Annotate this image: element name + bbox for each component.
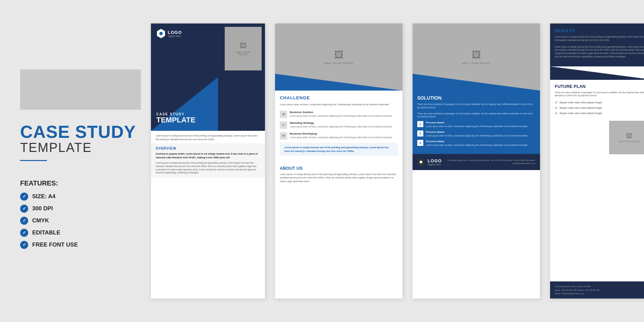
footer-logo-hex	[417, 157, 425, 167]
check-icon-dpi	[20, 205, 28, 213]
business-developing-content: Business Developing Lorem ipsum dolor si…	[290, 132, 392, 140]
page1-top: LOGO Tagline Here 🖼 ADD YOURPHOTO CASE S…	[151, 23, 265, 131]
footer-address-text: 123 Street Adress here, Country 123456 N…	[444, 159, 535, 165]
page1-panel: LOGO Tagline Here 🖼 ADD YOURPHOTO CASE S…	[151, 23, 265, 299]
challenge-item-3: ✉ Business Developing Lorem ipsum dolor …	[280, 132, 398, 140]
photo-text-p3: ADD YOUR PHOTO	[462, 62, 491, 65]
future-plan-text: There are many variations of passages of…	[555, 91, 644, 98]
feature-label-size: SIZE: A4	[32, 193, 55, 200]
page4-footer-text: 123 Street Adress here, Country 123456Na…	[555, 285, 644, 295]
process-name-1: Process Name	[426, 121, 528, 124]
p4-blue-accent	[550, 66, 644, 80]
feature-label-dpi: 300 DPI	[32, 205, 53, 212]
logo-tagline: Tagline Here	[168, 35, 182, 37]
process-num-1: 1	[417, 121, 423, 127]
page2-challenge-section: CHALLENGE Lorem ipsum dolor sit amet, co…	[275, 91, 402, 162]
page2-photo-area: 🖼 ADD YOUR PHOTO	[275, 23, 402, 91]
page1-intro-block: Lorem Ipsum is simply dummy text of the …	[151, 131, 265, 143]
footer-logo-tagline: Tagline Here	[428, 163, 442, 166]
feature-item-font: FREE FONT USE	[20, 241, 141, 249]
page4-footer: 123 Street Adress here, Country 123456Na…	[550, 281, 644, 299]
process-num-3: 3	[417, 140, 423, 146]
business-developing-icon: ✉	[280, 132, 287, 140]
logo-hexagon	[156, 29, 166, 38]
solution-section: SOLUTION There are many variations of pa…	[413, 91, 540, 154]
logo-main: LOGO	[168, 30, 182, 35]
check-text-3: Aliquam mattis nulla a tellus aliquam fe…	[559, 112, 602, 114]
future-plan-title: FUTURE PLAN	[555, 84, 644, 89]
page4-top: RESULTS Lorem Ipsum is simply dummy text…	[550, 23, 644, 66]
check-item-3: ✓ Aliquam mattis nulla a tellus aliquam …	[555, 111, 644, 115]
marketing-strategy-content: Marketing Strategy Lorem ipsum dolor sit…	[290, 121, 392, 129]
page2-panel: 🖼 ADD YOUR PHOTO CHALLENGE Lorem ipsum d…	[275, 23, 402, 299]
page3-bottom-logo: LOGO Tagline Here 123 Street Adress here…	[413, 154, 540, 170]
features-title: FEATURES:	[20, 179, 141, 187]
svg-point-0	[159, 32, 163, 35]
photo-icon: 🖼	[240, 42, 247, 50]
page1-intro-text: Lorem Ipsum is simply dummy text of the …	[156, 134, 260, 141]
footer-address: 123 Street Adress here, Country 123456 N…	[444, 159, 535, 165]
page3-photo-placeholder: 🖼 ADD YOUR PHOTO	[462, 49, 491, 65]
photo-icon-p2: 🖼	[334, 49, 343, 60]
process-content-1: Process Name Lorem ipsum dolor sit amet,…	[426, 121, 528, 128]
footer-logo-main: LOGO	[428, 158, 442, 163]
challenge-text: Lorem ipsum dolor sit amet, consectetur …	[280, 103, 398, 107]
blue-divider	[20, 160, 47, 161]
solution-text-1: There are many variations of passages of…	[417, 103, 535, 109]
page4-photo-placeholder: 🖼 ADD YOUR PHOTO	[609, 121, 644, 154]
challenge-item-1: ⚙ Business Solution Lorem ipsum dolor si…	[280, 111, 398, 118]
process-text-3: Lorem ipsum dolor sit amet, consectetur …	[426, 144, 528, 147]
challenge-title: CHALLENGE	[280, 95, 398, 100]
left-panel: CASE STUDY TEMPLATE FEATURES: SIZE: A4 3…	[20, 17, 141, 305]
page3-panel: 🖼 ADD YOUR PHOTO SOLUTION There are many…	[413, 23, 540, 299]
process-name-3: Process Name	[426, 140, 528, 143]
future-plan-section: FUTURE PLAN There are many variations of…	[550, 80, 644, 121]
photo-text-p2: ADD YOUR PHOTO	[324, 62, 354, 65]
check-icon-size	[20, 193, 28, 201]
page1-overview-bold: Contrary to popular belief, Lorem Ipsum …	[156, 152, 260, 159]
process-num-2: 2	[417, 130, 423, 137]
checkmark-3: ✓	[555, 111, 557, 115]
challenge-item-2: ✂ Marketing Strategy Lorem ipsum dolor s…	[280, 121, 398, 129]
business-solution-text: Lorem ipsum dolor sit amet, consectetur …	[290, 114, 392, 118]
process-item-2: 2 Process Name Lorem ipsum dolor sit ame…	[417, 130, 535, 137]
main-container: CASE STUDY TEMPLATE FEATURES: SIZE: A4 3…	[20, 17, 624, 305]
check-icon-font	[20, 241, 28, 249]
photo-icon-p3: 🖼	[472, 49, 481, 60]
template-subtitle: TEMPLATE	[20, 141, 141, 155]
title-block: CASE STUDY TEMPLATE	[20, 120, 141, 169]
process-item-1: 1 Process Name Lorem ipsum dolor sit ame…	[417, 121, 535, 128]
check-icon-cmyk	[20, 217, 28, 225]
case-study-title: CASE STUDY	[20, 123, 141, 141]
p4-accent-triangle	[550, 66, 644, 80]
business-solution-content: Business Solution Lorem ipsum dolor sit …	[290, 111, 392, 118]
marketing-strategy-text: Lorem ipsum dolor sit amet, consectetur …	[290, 125, 392, 128]
feature-label-font: FREE FONT USE	[32, 241, 78, 248]
business-developing-text: Lorem ipsum dolor sit amet, consectetur …	[290, 136, 392, 139]
feature-label-editable: EDITABLE	[32, 229, 60, 236]
photo-icon-p4: 🖼	[626, 132, 632, 140]
business-developing-title: Business Developing	[290, 132, 392, 135]
page4-panel: RESULTS Lorem Ipsum is simply dummy text…	[550, 23, 644, 299]
feature-item-dpi: 300 DPI	[20, 205, 141, 213]
feature-item-size: SIZE: A4	[20, 193, 141, 201]
features-section: FEATURES: SIZE: A4 300 DPI CMYK EDITABLE…	[20, 179, 141, 253]
page1-title-overlay: CASE STUDY TEMPLATE	[156, 112, 196, 124]
page1-logo: LOGO Tagline Here	[156, 29, 182, 38]
feature-label-cmyk: CMYK	[32, 217, 49, 224]
process-name-2: Process Name	[426, 130, 528, 133]
marketing-strategy-title: Marketing Strategy	[290, 121, 392, 124]
check-item-2: ✓ Aliquam mattis nulla a tellus aliquam …	[555, 106, 644, 110]
gray-decorative-box	[20, 69, 141, 110]
logo-text: LOGO Tagline Here	[168, 30, 182, 37]
footer-logo-text: LOGO Tagline Here	[428, 158, 442, 166]
process-content-3: Process Name Lorem ipsum dolor sit amet,…	[426, 140, 528, 147]
svg-point-1	[420, 161, 422, 163]
checkmark-1: ✓	[555, 101, 557, 104]
page1-overview-text: Lorem Ipsum is simply dummy text of the …	[156, 161, 260, 174]
page2-photo-placeholder: 🖼 ADD YOUR PHOTO	[324, 49, 354, 65]
marketing-strategy-icon: ✂	[280, 121, 287, 129]
solution-title: SOLUTION	[417, 95, 535, 101]
p2-diagonal-shape	[275, 74, 402, 91]
highlight-text: Lorem Ipsum is simply dummy text of the …	[284, 146, 393, 153]
